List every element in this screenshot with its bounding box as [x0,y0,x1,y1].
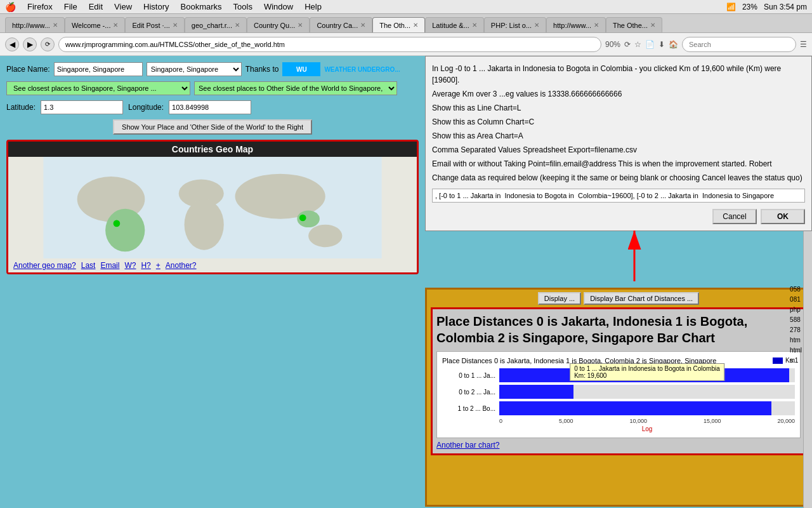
tab-8-close[interactable]: ✕ [472,22,477,29]
menu-help[interactable]: Help [299,1,327,13]
main-content: Place Name: Singapore, Singapore Thanks … [0,56,812,508]
tab-10-close[interactable]: ✕ [594,22,599,29]
url-bar[interactable] [58,37,601,52]
x-axis: 0 5,000 10,000 15,000 20,000 [499,418,795,424]
sidebar-numbers: 058 081 php 588 278 htm html s:1 [790,284,802,366]
dialog-buttons: Cancel OK [432,209,805,224]
apple-menu[interactable]: 🍎 [5,2,16,12]
tab-8[interactable]: Latitude &... ✕ [425,17,484,32]
clock: Sun 3:54 pm [764,3,807,11]
place-name-label: Place Name: [6,65,50,74]
num-278: 278 [790,325,802,335]
reload-icon[interactable]: ⟳ [624,40,631,49]
bar-row-3: 1 to 2 ... Bo... [442,401,795,415]
dialog-line5: Show this as Area Chart=A [432,130,805,142]
tab-4-close[interactable]: ✕ [235,22,240,29]
last-link[interactable]: Last [81,261,96,270]
svg-point-4 [185,199,224,250]
tab-3-close[interactable]: ✕ [173,22,178,29]
menu-view[interactable]: View [109,1,137,13]
place-name-input[interactable] [54,62,143,76]
dialog-line8: Change data as required below (keeping i… [432,172,805,184]
svg-point-9 [299,215,306,222]
tab-9[interactable]: PHP: List o... ✕ [484,17,546,32]
closest-places-select[interactable]: See closest places to Singapore, Singapo… [6,81,190,95]
map-title: Countries Geo Map [8,142,417,157]
chart-inner: Place Distances 0 is Jakarta, Indonesia … [431,307,806,455]
dialog-line2: Average Km over 3 ...eg values is 13338.… [432,88,805,100]
longitude-input[interactable] [169,100,251,114]
menu-window[interactable]: Window [259,1,298,13]
tab-11-label: The Othe... [613,22,648,29]
wifi-icon: 📶 [726,3,736,11]
download-icon[interactable]: ⬇ [658,40,665,49]
tab-1-close[interactable]: ✕ [53,22,58,29]
chart-big-title: Place Distances 0 is Jakarta, Indonesia … [436,313,801,346]
tab-7-active[interactable]: The Oth... ✕ [372,17,425,32]
refresh-button[interactable]: ⟳ [41,37,55,51]
forward-button[interactable]: ▶ [23,37,37,51]
num-html: html [790,345,802,356]
closest-other-side-select[interactable]: See closest places to Other Side of the … [194,81,397,95]
tab-11-close[interactable]: ✕ [650,22,655,29]
menu-tools[interactable]: Tools [228,1,258,13]
tab-5-close[interactable]: ✕ [298,22,303,29]
tab-4[interactable]: geo_chart.r... ✕ [185,17,247,32]
ok-button[interactable]: OK [761,209,805,224]
arrow-indicator [609,224,660,288]
dialog-line1: In Log -0 to 1 ... Jakarta in Indonesia … [432,63,805,86]
left-panel: Place Name: Singapore, Singapore Thanks … [0,56,425,508]
back-button[interactable]: ◀ [5,37,19,51]
x-axis-0: 0 [499,418,502,424]
dialog-line4: Show this as Column Chart=C [432,116,805,128]
bar-row-2: 0 to 2 ... Ja... 0 to 1 ... Jakarta in I… [442,385,795,399]
display-bar-chart-btn[interactable]: Display Bar Chart of Distances ... [584,292,699,305]
menu-firefox[interactable]: Firefox [22,1,58,13]
place-name-select[interactable]: Singapore, Singapore [147,62,242,76]
tab-2-close[interactable]: ✕ [113,22,118,29]
cancel-button[interactable]: Cancel [712,209,757,224]
reader-icon[interactable]: 📄 [645,40,655,49]
w-link[interactable]: W? [124,261,136,270]
dialog-box: In Log -0 to 1 ... Jakarta in Indonesia … [425,56,812,231]
place-name-row: Place Name: Singapore, Singapore Thanks … [6,62,419,76]
addressbar: ◀ ▶ ⟳ 90% ⟳ ☆ 📄 ⬇ 🏠 ☰ [0,33,812,56]
tab-1[interactable]: http://www... ✕ [5,17,65,32]
tab-10[interactable]: http://www... ✕ [546,17,606,32]
menu-edit[interactable]: Edit [84,1,108,13]
another-geo-map-link[interactable]: Another geo map? [13,261,76,270]
display-btn[interactable]: Display ... [538,292,581,305]
tab-2[interactable]: Welcome -... ✕ [65,17,126,32]
bar-chart-container: Place Distances 0 is Jakarta, Indonesia … [436,351,801,438]
menu-icon[interactable]: ☰ [800,40,807,49]
bookmark-icon[interactable]: ☆ [634,40,641,49]
plus-link[interactable]: + [156,261,160,270]
dialog-data-input[interactable] [432,189,805,203]
home-icon[interactable]: 🏠 [669,40,678,49]
menu-history[interactable]: History [138,1,174,13]
latlong-row: Latitude: Longitude: [6,100,419,114]
tab-6[interactable]: Country Ca... ✕ [310,17,372,32]
tab-9-close[interactable]: ✕ [534,22,539,29]
h-link[interactable]: H? [141,261,150,270]
tab-3[interactable]: Edit Post ·... ✕ [125,17,184,32]
bar-1-label: 0 to 1 ... Ja... [442,372,499,379]
email-link[interactable]: Email [100,261,119,270]
legend-color-box [773,358,783,364]
search-input[interactable] [682,37,796,52]
tab-11[interactable]: The Othe... ✕ [606,17,662,32]
map-image-area [8,157,417,258]
another-link[interactable]: Another? [166,261,197,270]
menu-file[interactable]: File [59,1,82,13]
latitude-input[interactable] [41,100,123,114]
another-bar-link[interactable]: Another bar chart? [436,441,499,450]
tab-6-label: Country Ca... [317,22,358,29]
bar-2-tooltip: 0 to 1 ... Jakarta in Indonesia to Bogot… [570,363,724,381]
menu-bookmarks[interactable]: Bookmarks [176,1,227,13]
tab-7-close[interactable]: ✕ [413,22,418,29]
tab-5[interactable]: Country Qu... ✕ [247,17,310,32]
bar-2-track: 0 to 1 ... Jakarta in Indonesia to Bogot… [499,385,795,399]
show-places-button[interactable]: Show Your Place and 'Other Side of the W… [113,119,312,135]
tab-6-close[interactable]: ✕ [360,22,365,29]
dialog-line3: Show this as Line Chart=L [432,102,805,114]
